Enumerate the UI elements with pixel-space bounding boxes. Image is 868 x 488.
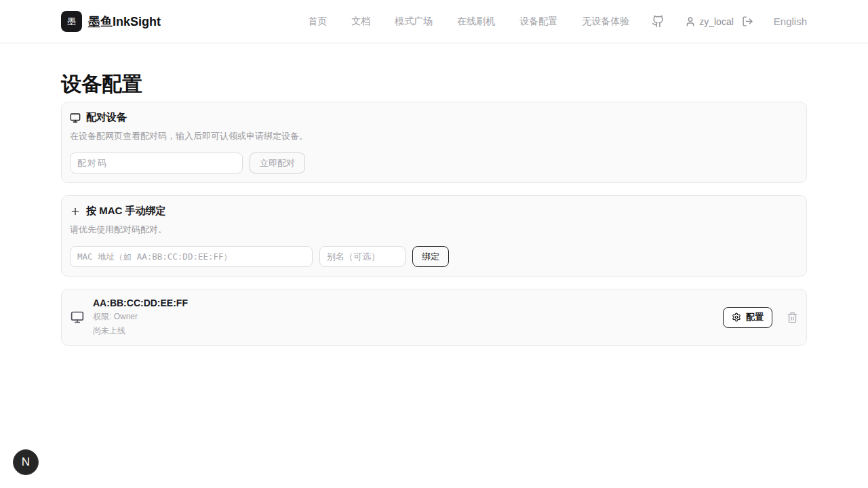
nav-item-online-flash[interactable]: 在线刷机 [457, 16, 495, 28]
user-menu[interactable]: zy_local [685, 16, 734, 27]
pair-card-title: 配对设备 [86, 111, 127, 124]
nextjs-dev-badge[interactable]: N [13, 449, 39, 475]
logo-text: 墨鱼InkSight [88, 14, 161, 30]
pair-card-title-row: 配对设备 [70, 111, 798, 124]
device-permission: 权限: Owner [93, 311, 188, 323]
nav-item-home[interactable]: 首页 [308, 16, 327, 28]
main-content: 设备配置 配对设备 在设备配网页查看配对码，输入后即可认领或申请绑定设备。 立即… [61, 73, 807, 346]
nav-inner: 墨 墨鱼InkSight 首页 文档 模式广场 在线刷机 设备配置 无设备体验 [61, 11, 807, 32]
nav-right: zy_local English [652, 15, 807, 28]
nav-item-docs[interactable]: 文档 [351, 16, 370, 28]
device-status: 尚未上线 [93, 325, 188, 337]
mac-bind-card: 按 MAC 手动绑定 请优先使用配对码配对。 绑定 [61, 195, 807, 277]
device-monitor-icon [71, 310, 84, 324]
mac-card-title: 按 MAC 手动绑定 [86, 205, 166, 218]
pair-now-button[interactable]: 立即配对 [250, 152, 305, 174]
top-nav: 墨 墨鱼InkSight 首页 文档 模式广场 在线刷机 设备配置 无设备体验 [0, 0, 868, 43]
language-toggle[interactable]: English [774, 16, 807, 27]
nav-user-group: zy_local [685, 16, 753, 27]
github-link[interactable] [652, 15, 665, 28]
trash-icon [787, 312, 798, 323]
nav-item-no-device[interactable]: 无设备体验 [582, 16, 629, 28]
logo-icon-char: 墨 [67, 16, 76, 28]
mac-address-input[interactable] [70, 246, 313, 267]
device-info: AA:BB:CC:DD:EE:FF 权限: Owner 尚未上线 [93, 298, 188, 337]
mac-card-description: 请优先使用配对码配对。 [70, 224, 798, 236]
mac-card-title-row: 按 MAC 手动绑定 [70, 205, 798, 218]
pair-card-description: 在设备配网页查看配对码，输入后即可认领或申请绑定设备。 [70, 130, 798, 142]
device-mac: AA:BB:CC:DD:EE:FF [93, 298, 188, 308]
nav-item-mode-plaza[interactable]: 模式广场 [395, 16, 433, 28]
page-title: 设备配置 [61, 73, 807, 95]
pair-device-card: 配对设备 在设备配网页查看配对码，输入后即可认领或申请绑定设备。 立即配对 [61, 102, 807, 183]
logout-button[interactable] [742, 16, 753, 27]
user-name: zy_local [699, 16, 734, 27]
logo-icon: 墨 [61, 11, 82, 32]
nav-item-device-config[interactable]: 设备配置 [519, 16, 557, 28]
configure-button[interactable]: 配置 [723, 307, 772, 328]
device-actions: 配置 [723, 307, 798, 328]
pair-code-input[interactable] [70, 152, 243, 174]
github-icon [652, 15, 665, 28]
logo[interactable]: 墨 墨鱼InkSight [61, 11, 161, 32]
nav-links: 首页 文档 模式广场 在线刷机 设备配置 无设备体验 [308, 16, 629, 28]
configure-button-label: 配置 [746, 311, 764, 323]
alias-input[interactable] [319, 246, 406, 267]
pair-form-row: 立即配对 [70, 152, 798, 174]
logout-icon [742, 16, 753, 27]
device-row: AA:BB:CC:DD:EE:FF 权限: Owner 尚未上线 配置 [61, 289, 807, 346]
plus-icon [70, 206, 81, 217]
mac-form-row: 绑定 [70, 246, 798, 267]
gear-icon [732, 312, 741, 322]
bind-button[interactable]: 绑定 [412, 246, 449, 267]
monitor-icon [70, 113, 81, 123]
delete-device-button[interactable] [787, 312, 798, 323]
user-icon [685, 16, 696, 27]
